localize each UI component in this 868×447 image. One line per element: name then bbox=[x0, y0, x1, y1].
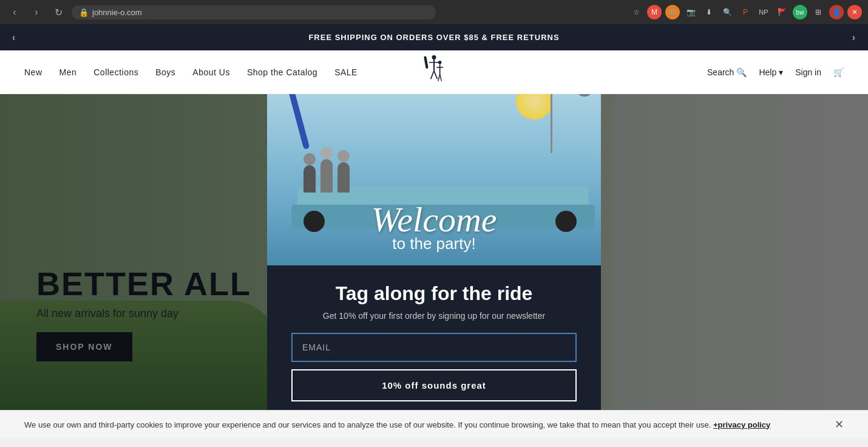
ext-icon-bw[interactable]: bw bbox=[793, 5, 807, 19]
help-text: Help bbox=[759, 67, 776, 77]
banner-text: FREE SHIPPING ON ORDERS OVER $85 & FREE … bbox=[308, 33, 559, 42]
nav-shop-catalog[interactable]: Shop the Catalog bbox=[247, 67, 317, 77]
newsletter-modal: Welcome to the party! ✕ Tag along for th… bbox=[267, 94, 601, 410]
nav-men[interactable]: Men bbox=[59, 67, 77, 77]
cookie-close-button[interactable]: ✕ bbox=[835, 418, 844, 431]
search-icon: 🔍 bbox=[736, 67, 747, 77]
chevron-down-icon: ▾ bbox=[779, 67, 783, 77]
site-logo[interactable] bbox=[421, 54, 446, 90]
modal-title: Tag along for the ride bbox=[291, 282, 577, 305]
browser-chrome: ‹ › ↻ 🔒 johnnie-o.com ☆ M 🛒 📷 ⬇ 🔍 P NP 🚩… bbox=[0, 0, 868, 24]
promo-banner: ‹ FREE SHIPPING ON ORDERS OVER $85 & FRE… bbox=[0, 24, 868, 50]
help-link[interactable]: Help ▾ bbox=[759, 67, 783, 77]
svg-line-4 bbox=[434, 71, 438, 80]
signin-text: Sign in bbox=[795, 67, 821, 77]
signin-link[interactable]: Sign in bbox=[795, 67, 821, 77]
ext-icon-1[interactable]: M bbox=[647, 5, 662, 19]
email-input[interactable] bbox=[291, 333, 577, 362]
svg-line-10 bbox=[440, 74, 442, 81]
ext-icon-np[interactable]: NP bbox=[756, 5, 771, 19]
ext-icon-4[interactable]: ⬇ bbox=[702, 5, 716, 19]
welcome-sub-text: to the party! bbox=[267, 234, 601, 253]
main-nav: New Men Collections Boys About Us Shop t… bbox=[24, 67, 707, 77]
subscribe-button[interactable]: 10% off sounds great bbox=[291, 369, 577, 401]
cart-link[interactable]: 🛒 bbox=[833, 67, 844, 77]
ext-icon-2[interactable]: 🛒 bbox=[665, 5, 680, 19]
modal-image: Welcome to the party! bbox=[267, 94, 601, 265]
url-text: johnnie-o.com bbox=[92, 8, 142, 17]
lock-icon: 🔒 bbox=[79, 8, 89, 17]
back-button[interactable]: ‹ bbox=[6, 4, 23, 21]
profile-avatar[interactable]: 👤 bbox=[829, 5, 844, 19]
nav-boys[interactable]: Boys bbox=[155, 67, 175, 77]
nav-about-us[interactable]: About Us bbox=[192, 67, 230, 77]
welcome-overlay: Welcome to the party! bbox=[267, 202, 601, 253]
nav-sale[interactable]: SALE bbox=[334, 67, 358, 77]
search-text: Search bbox=[707, 67, 734, 77]
reload-button[interactable]: ↻ bbox=[50, 4, 67, 21]
modal-description: Get 10% off your first order by signing … bbox=[291, 311, 577, 321]
cart-icon: 🛒 bbox=[833, 67, 844, 77]
cookie-text: We use our own and third-party cookies t… bbox=[24, 420, 770, 429]
banner-arrow-right[interactable]: › bbox=[852, 32, 856, 43]
address-bar[interactable]: 🔒 johnnie-o.com bbox=[72, 5, 436, 19]
nav-collections[interactable]: Collections bbox=[93, 67, 138, 77]
svg-line-3 bbox=[431, 71, 435, 80]
svg-point-6 bbox=[438, 61, 442, 64]
forward-button[interactable]: › bbox=[28, 4, 45, 21]
ext-icon-3[interactable]: 📷 bbox=[683, 5, 698, 19]
hero-section: BETTER ALL All new arrivals for sunny da… bbox=[0, 94, 868, 410]
ext-icon-grid[interactable]: ⊞ bbox=[811, 5, 826, 19]
header-right: Search 🔍 Help ▾ Sign in 🛒 bbox=[707, 67, 844, 77]
modal-body: Tag along for the ride Get 10% off your … bbox=[267, 265, 601, 410]
browser-toolbar-icons: ☆ M 🛒 📷 ⬇ 🔍 P NP 🚩 bw ⊞ 👤 ✕ bbox=[629, 5, 862, 19]
nav-new[interactable]: New bbox=[24, 67, 42, 77]
ext-icon-6[interactable]: P bbox=[738, 5, 753, 19]
ext-icon-flag[interactable]: 🚩 bbox=[775, 5, 789, 19]
privacy-policy-link[interactable]: +privacy policy bbox=[713, 420, 770, 429]
modal-overlay: Welcome to the party! ✕ Tag along for th… bbox=[0, 94, 868, 410]
banner-arrow-left[interactable]: ‹ bbox=[12, 32, 16, 43]
ext-icon-5[interactable]: 🔍 bbox=[720, 5, 734, 19]
welcome-script-text: Welcome bbox=[267, 202, 601, 237]
site-header: New Men Collections Boys About Us Shop t… bbox=[0, 50, 868, 94]
svg-rect-5 bbox=[424, 56, 429, 69]
svg-line-9 bbox=[438, 74, 440, 81]
star-icon[interactable]: ☆ bbox=[629, 5, 643, 19]
svg-point-0 bbox=[432, 55, 436, 60]
search-link[interactable]: Search 🔍 bbox=[707, 67, 747, 77]
cookie-banner: We use our own and third-party cookies t… bbox=[0, 410, 868, 438]
close-browser-btn[interactable]: ✕ bbox=[847, 5, 862, 19]
